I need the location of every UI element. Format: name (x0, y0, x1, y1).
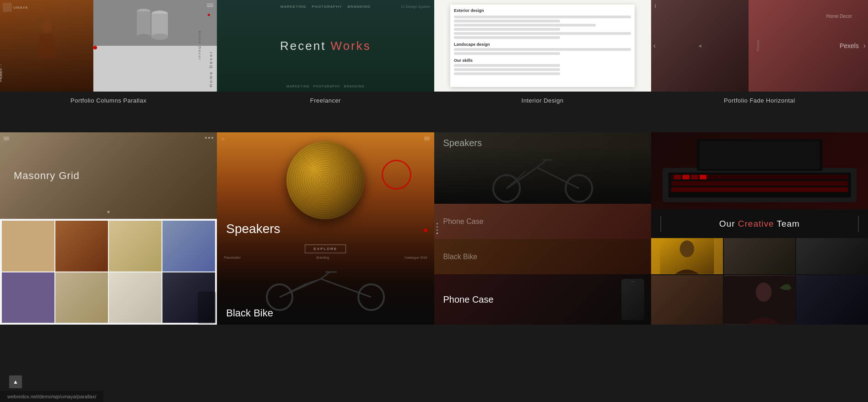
svg-rect-27 (691, 175, 698, 179)
speakers-red-dot (424, 228, 427, 232)
phone-image (621, 279, 644, 320)
red-circle-decoration (382, 160, 411, 190)
speaker-grill (286, 141, 364, 219)
bottom-row: Masonry Grid ▾ (0, 132, 868, 325)
pexels-label-left: Pexels (0, 71, 3, 81)
scroll-up-button[interactable]: ▲ (9, 375, 22, 388)
masonry-top-area: Masonry Grid ▾ (0, 132, 217, 219)
explore-button[interactable]: EXPLORE (305, 244, 346, 253)
works-text: Works (331, 39, 371, 53)
scroll-up-icon: ▲ (13, 379, 18, 385)
freelancer-subtitle: MARKETING PHOTGRAPHY BRANDING (217, 85, 434, 88)
svg-rect-30 (700, 141, 819, 169)
left-separator (660, 216, 661, 232)
exterior-title: Exterior design (454, 8, 631, 13)
fade-main-panel: Pexels Pexels Home Decor (749, 0, 868, 92)
bike-top-silhouette (434, 147, 651, 204)
svg-line-19 (507, 171, 526, 188)
svg-point-32 (679, 240, 694, 257)
card-portfolio-fade[interactable]: HOME DEMOS FEATURES ELEMENTS ◀ Pexels Pe… (651, 0, 868, 109)
landscape-title: Landscape design (454, 42, 631, 47)
card-blackbike-slider[interactable]: Speakers Phone (434, 132, 651, 325)
bike-silhouette (217, 265, 434, 311)
home-decor-text: Home Decor (209, 50, 213, 87)
umaya-logo-area: UMAYA (3, 3, 28, 12)
svg-rect-5 (151, 14, 168, 37)
slider-blackbike-label: Black Bike (443, 253, 478, 261)
pexels-watermark: Pexels (756, 40, 760, 51)
team-photos-grid (651, 238, 868, 325)
thumb-4 (162, 221, 215, 272)
sub-branding: BRANDING (344, 85, 365, 88)
our-text: Our (719, 219, 738, 228)
masonry-grid-area (0, 219, 217, 325)
sub-photo: PHOTGRAPHY (313, 85, 340, 88)
thumb-3 (109, 221, 162, 272)
card-interior[interactable]: Exterior design Landscape design Our ski… (434, 0, 651, 109)
svg-rect-25 (674, 175, 681, 179)
svg-line-12 (307, 279, 321, 283)
speakers-hamburger[interactable] (424, 137, 430, 140)
card-interior-label: Interior Design (434, 92, 651, 109)
skills-title: Our skills (454, 58, 631, 63)
card-portfolio-parallax-label: Portfolio Columns Parallax (0, 92, 217, 109)
team-text: Team (774, 219, 800, 228)
hamburger-icon[interactable] (207, 4, 213, 7)
card-freelancer[interactable]: MARKETING PHOTGRAPHY BRANDING Recent Wor… (217, 0, 434, 109)
thumb-7 (109, 272, 162, 323)
slider-phonecaseA-label: Phone Case (443, 217, 484, 226)
freelancer-main-title: Recent Works (280, 39, 371, 53)
svg-point-3 (137, 34, 151, 39)
card-fade-label: Portfolio Fade Horizontal (651, 92, 868, 109)
vertical-dots (437, 223, 438, 234)
thumb-5 (2, 272, 54, 323)
freelancer-title-area: Recent Works (280, 39, 371, 53)
top-row: Pexels H (0, 0, 868, 109)
card-portfolio-parallax[interactable]: Pexels H (0, 0, 217, 109)
nav-branding: BRANDING (348, 5, 371, 9)
bike-bottom-title: Black Bike (226, 307, 273, 319)
speakers-title: Speakers (226, 222, 280, 236)
phonecase-section: Phone Case (434, 274, 651, 325)
svg-line-10 (321, 279, 371, 297)
middle-section: Phone Case (434, 204, 651, 239)
creative-text: Creative (738, 219, 774, 228)
svg-point-6 (151, 33, 168, 40)
svg-rect-26 (682, 175, 689, 179)
card-speakers[interactable]: Speakers EXPLORE Placeholder Branding Ca… (217, 132, 434, 325)
cursor-indicator: I (655, 4, 656, 9)
cylinder-shapes (132, 5, 178, 41)
team-photo-1 (651, 238, 723, 274)
phone-mockup (198, 292, 216, 324)
slider-phonecase-label: Phone Case (443, 294, 494, 305)
svg-point-34 (755, 282, 771, 301)
masonry-hamburger[interactable] (4, 137, 9, 140)
team-photo-2 (724, 238, 796, 274)
svg-rect-24 (671, 187, 848, 192)
creative-team-title: Our Creative Team (719, 219, 800, 229)
main-container: Pexels H (0, 0, 868, 325)
masonry-dots (205, 137, 213, 139)
thumb-2 (55, 221, 108, 272)
right-arrow[interactable]: › (863, 42, 866, 50)
thumb-1 (2, 221, 54, 272)
fade-left-panel: ◀ (651, 0, 749, 92)
left-arrow[interactable]: ‹ (653, 42, 656, 50)
bike-area: Black Bike (217, 258, 434, 325)
person2-svg (724, 275, 796, 325)
nav-photography: PHOTGRAPHY (312, 5, 342, 9)
thumb-6 (55, 272, 108, 323)
creative-title-area: Our Creative Team (651, 209, 868, 238)
team-photo-3 (796, 238, 868, 274)
arrow-right: CI Design System (401, 4, 430, 9)
laptop-image-area (651, 132, 868, 209)
sub-marketing: MARKETING (286, 85, 310, 88)
laptop-svg (651, 132, 868, 209)
red-dot-indicator (93, 46, 97, 49)
home-decor-vertical: Home Decor (198, 31, 202, 61)
home-decor-label: Home Decor (826, 14, 852, 19)
svg-rect-2 (137, 11, 151, 37)
masonry-title: Masonry Grid (14, 170, 80, 182)
card-masonry-grid[interactable]: Masonry Grid ▾ (0, 132, 217, 325)
card-creative-team[interactable]: Our Creative Team (651, 132, 868, 325)
